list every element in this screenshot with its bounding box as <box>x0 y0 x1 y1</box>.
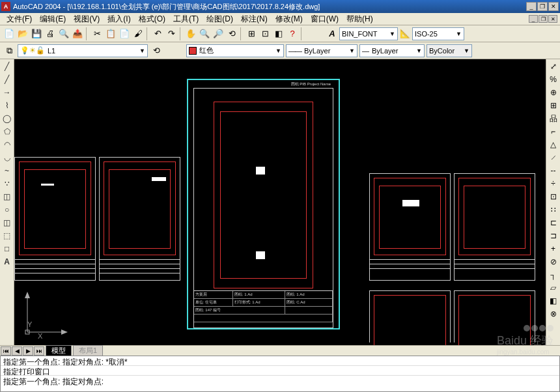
tab-model[interactable]: 模型 <box>46 345 72 356</box>
trim-tool[interactable]: ÷ <box>548 178 559 189</box>
menu-view[interactable]: 视图(V) <box>70 13 104 25</box>
hatch-tool[interactable]: ◫ <box>1 217 13 229</box>
table-tool[interactable]: □ <box>1 243 13 255</box>
cut-button[interactable]: ✂ <box>91 27 104 40</box>
zoom-rt-button[interactable]: 🔍 <box>198 27 211 40</box>
plotstyle-dropdown[interactable]: ByColor ▼ <box>427 44 472 57</box>
doc-close-button[interactable]: ✕ <box>548 15 557 23</box>
dim-linear-tool[interactable]: ┐ <box>548 269 559 281</box>
zoom-window-button[interactable]: 🔎 <box>212 27 225 40</box>
menu-insert[interactable]: 插入(I) <box>104 13 134 25</box>
text-style-button[interactable]: A <box>326 27 339 40</box>
match-button[interactable]: 🖌 <box>132 27 145 40</box>
tab-nav-first[interactable]: ⏮ <box>1 346 11 356</box>
circle-tool[interactable]: ◯ <box>1 113 13 124</box>
tab-nav-last[interactable]: ⏭ <box>34 346 44 356</box>
command-prompt[interactable]: 指定第一个角点: 指定对角点: <box>1 376 559 388</box>
menu-draw[interactable]: 绘图(D) <box>203 13 237 25</box>
pline-tool[interactable]: → <box>1 87 13 98</box>
layer-manager-button[interactable]: ⧉ <box>3 44 16 57</box>
ellipse-tool[interactable]: ∵ <box>1 178 13 189</box>
rectangle-tool[interactable]: ⬠ <box>1 126 13 137</box>
move-tool[interactable]: ⌐ <box>548 126 559 137</box>
revcloud-tool[interactable]: ◡ <box>1 152 13 163</box>
point-tool[interactable]: ○ <box>1 204 13 216</box>
dim-ord-tool[interactable]: ◧ <box>548 295 559 307</box>
open-button[interactable]: 📂 <box>16 27 29 40</box>
close-button[interactable]: ✕ <box>548 2 559 11</box>
xline-tool[interactable]: ╱ <box>1 74 13 85</box>
tab-nav-next[interactable]: ▶ <box>23 346 33 356</box>
color-dropdown[interactable]: 红色 ▼ <box>186 44 284 57</box>
drawing-sheet-5 <box>369 290 451 343</box>
lightbulb-icon: 💡 <box>20 46 29 55</box>
line-tool[interactable]: ╱ <box>1 61 13 72</box>
preview-button[interactable]: 🔍 <box>57 27 70 40</box>
maximize-button[interactable]: ❐ <box>537 2 548 11</box>
drawing-canvas[interactable]: 图纸 PIB Project Name 方案层图纸: 1.Ad图纸: 1.Ad … <box>14 59 546 345</box>
chamfer-tool[interactable]: ⊐ <box>548 230 559 242</box>
properties-button[interactable]: ⊞ <box>245 27 258 40</box>
save-button[interactable]: 💾 <box>30 27 43 40</box>
copy-tool[interactable]: % <box>548 74 559 85</box>
erase-tool[interactable]: ⤢ <box>548 61 559 72</box>
doc-restore-button[interactable]: ❐ <box>539 15 548 23</box>
command-window[interactable]: 指定第一个角点: 指定对角点: *取消* 指定打印窗口 指定第一个角点: 指定对… <box>0 356 560 392</box>
minimize-button[interactable]: _ <box>526 2 537 11</box>
copy-button[interactable]: 📋 <box>104 27 117 40</box>
tab-layout1[interactable]: 布局1 <box>73 345 103 356</box>
drawing-sheet-4 <box>454 173 535 281</box>
linetype-dropdown[interactable]: —— ByLayer ▼ <box>286 44 357 57</box>
app-icon: A <box>1 2 10 11</box>
design-center-button[interactable]: ⊡ <box>259 27 272 40</box>
redo-button[interactable]: ↷ <box>165 27 178 40</box>
arc-tool[interactable]: ◠ <box>1 139 13 150</box>
tool-palette-button[interactable]: ◧ <box>272 27 285 40</box>
break-tool[interactable]: ∷ <box>548 204 559 216</box>
pan-button[interactable]: ✋ <box>184 27 197 40</box>
menu-help[interactable]: 帮助(H) <box>343 13 377 25</box>
fillet-tool[interactable]: + <box>548 243 559 255</box>
menu-tools[interactable]: 工具(T) <box>169 13 203 25</box>
mtext-tool[interactable]: A <box>1 256 13 268</box>
text-style-dropdown[interactable]: BIN_FONT ▼ <box>339 27 398 40</box>
drawing-sheet-selected: 图纸 PIB Project Name 方案层图纸: 1.Ad图纸: 1.Ad … <box>187 79 340 329</box>
publish-button[interactable]: 📤 <box>71 27 84 40</box>
paste-button[interactable]: 📄 <box>118 27 131 40</box>
insert-tool[interactable]: ◫ <box>1 191 13 203</box>
help-button[interactable]: ? <box>286 27 299 40</box>
join-tool[interactable]: ⊏ <box>548 217 559 229</box>
layer-dropdown[interactable]: 💡 ☀ 🔓 L1 ▼ <box>18 44 148 57</box>
drawing-title-block: 方案层图纸: 1.Ad图纸: 1.Ad 单位: 住宅单打印形式: 1.Ad图纸:… <box>193 290 333 328</box>
tab-nav-prev[interactable]: ◀ <box>12 346 22 356</box>
explode-tool[interactable]: ⊘ <box>548 256 559 268</box>
mirror-tool[interactable]: ⊕ <box>548 87 559 98</box>
offset-tool[interactable]: ⊞ <box>548 100 559 111</box>
doc-minimize-button[interactable]: _ <box>529 15 538 23</box>
plot-button[interactable]: 🖨 <box>44 27 57 40</box>
spline-tool[interactable]: ~ <box>1 165 13 176</box>
rotate-tool[interactable]: △ <box>548 139 559 150</box>
scale-tool[interactable]: ⟋ <box>548 152 559 163</box>
extend-tool[interactable]: ⊡ <box>548 191 559 203</box>
menu-format[interactable]: 格式(O) <box>135 13 169 25</box>
stretch-tool[interactable]: -- <box>548 165 559 176</box>
dim-radius-tool[interactable]: ⊗ <box>548 308 559 320</box>
dim-style-dropdown[interactable]: ISO-25 ▼ <box>412 27 464 40</box>
undo-button[interactable]: ↶ <box>151 27 164 40</box>
array-tool[interactable]: 品 <box>548 113 559 124</box>
polygon-tool[interactable]: ⌇ <box>1 100 13 111</box>
layer-prev-button[interactable]: ⟲ <box>150 44 163 57</box>
dim-style-button[interactable]: 📐 <box>399 27 412 40</box>
menu-window[interactable]: 窗口(W) <box>307 13 343 25</box>
menu-dimension[interactable]: 标注(N) <box>237 13 272 25</box>
menu-file[interactable]: 文件(F) <box>3 13 36 25</box>
lineweight-dropdown[interactable]: — ByLayer ▼ <box>359 44 425 57</box>
region-tool[interactable]: ⬚ <box>1 230 13 242</box>
chevron-down-icon: ▼ <box>139 48 145 54</box>
dim-aligned-tool[interactable]: ▱ <box>548 282 559 294</box>
zoom-prev-button[interactable]: ⟲ <box>225 27 238 40</box>
menu-edit[interactable]: 编辑(E) <box>36 13 70 25</box>
new-button[interactable]: 📄 <box>3 27 16 40</box>
menu-modify[interactable]: 修改(M) <box>272 13 307 25</box>
